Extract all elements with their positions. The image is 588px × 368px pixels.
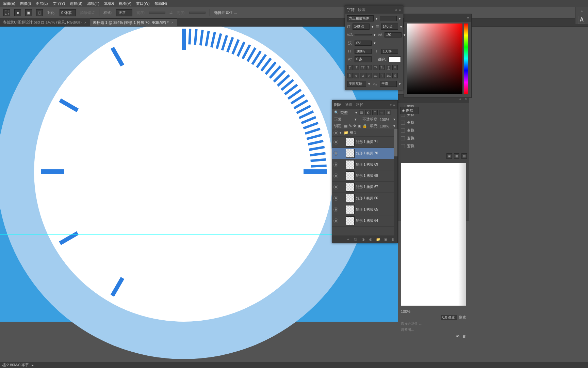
underline-icon[interactable]: T [386,65,391,70]
panel-menu-icon[interactable]: ≡ [467,16,469,20]
layer-name[interactable]: 矩形 1 拷贝 69 [356,162,378,167]
chevron-down-icon[interactable]: ▾ [340,131,342,135]
scale-input[interactable]: 0% [355,41,372,46]
close-icon[interactable]: × [171,21,174,24]
fractions-icon[interactable]: T [379,73,385,78]
xform-item[interactable]: 变换 [398,119,469,126]
xform-item[interactable]: 变换 [398,134,469,142]
add-selection-icon[interactable]: ▣ [25,9,32,16]
visibility-toggle[interactable] [333,131,338,135]
smallcaps-icon[interactable]: Tᴛ [366,65,372,70]
collapse-icon[interactable]: » [390,103,392,107]
tab-character[interactable]: 字符 [347,7,355,12]
layer-name[interactable]: 组 1 [350,131,356,135]
antialias-select[interactable]: 平滑 [380,81,397,87]
px-input[interactable] [441,315,457,320]
bold-icon[interactable]: T [347,65,353,70]
panel-menu-icon[interactable]: ≡ [393,103,395,107]
trash-icon[interactable]: 🗑 [391,237,395,242]
layer-row[interactable]: 矩形 1 拷贝 67 [332,182,397,193]
group-icon[interactable]: 📁 [376,237,380,242]
preview-thumbnail[interactable] [401,163,466,306]
doc-tab-2[interactable]: 未标题-1 @ 354% (矩形 1 拷贝 70, RGB/8#) * × [90,18,177,26]
subtract-selection-icon[interactable]: ▢ [36,9,43,16]
opacity-input[interactable]: 100% [380,118,392,122]
layer-name[interactable]: 矩形 1 拷贝 64 [356,218,378,223]
ligature-icon[interactable]: fi [347,73,353,78]
color-field[interactable] [407,24,462,94]
status-doc-size[interactable]: 档:2.86M/0 字节 [2,363,29,368]
menu-type[interactable]: 文字(Y) [53,1,65,6]
layer-row[interactable]: 矩形 1 拷贝 69 [332,159,397,170]
layer-row[interactable]: 矩形 1 拷贝 66 [332,193,397,204]
baseline-input[interactable]: 0 点 [355,56,372,62]
menu-layer[interactable]: 图层(L) [36,1,48,6]
layer-row[interactable]: 矩形 1 拷贝 70 [332,148,397,159]
lock-all-icon[interactable]: 🔒 [362,124,367,128]
layer-row[interactable]: 矩形 1 拷贝 68 [332,170,397,182]
filter-adjust-icon[interactable]: ◐ [365,110,371,115]
menu-edit[interactable]: 编辑(E) [3,1,15,6]
filter-shape-icon[interactable]: ▭ [379,110,385,115]
layer-name[interactable]: 矩形 1 拷贝 66 [356,196,378,201]
layer-row[interactable]: 矩形 1 拷贝 65 [332,204,397,215]
layer-thumbnail[interactable] [346,183,355,191]
visibility-toggle[interactable] [333,196,338,201]
xform-item[interactable]: 变换 [398,126,469,134]
1st-icon[interactable]: 1st [386,73,391,78]
tab-layers[interactable]: 图层 [334,102,342,107]
select-and-mask-button[interactable]: 选择并遮住 ... [214,10,237,15]
mask-icon[interactable]: ◑ [361,237,365,242]
visibility-toggle[interactable] [333,218,338,223]
language-select[interactable]: 美国英语 [347,81,366,87]
tab-paragraph[interactable]: 段落 [358,7,365,12]
fill-input[interactable]: 100% [380,124,392,128]
doc-tab-1[interactable]: 表创意UI图标设计.psd @ 147% (背景, RGB/8#) × [0,18,90,26]
layer-row[interactable]: 矩形 1 拷贝 64 [332,215,397,227]
leading-input[interactable]: 140 点 [381,24,398,30]
tab-paths[interactable]: 路径 [356,102,363,107]
scrollbar[interactable] [394,129,397,235]
guide-vertical[interactable] [184,27,184,322]
text-color-swatch[interactable] [389,57,401,62]
half-icon[interactable]: ½ [392,73,398,78]
alt-icon[interactable]: ơ [354,73,359,78]
layer-thumbnail[interactable] [346,171,355,180]
visibility-toggle[interactable] [333,140,338,144]
vscale-input[interactable]: 100% [355,49,372,54]
menu-image[interactable]: 图像(I) [20,1,31,6]
align-icon[interactable]: ▣ [446,153,452,159]
menu-select[interactable]: 选择(S) [70,1,82,6]
layers-dock-chip[interactable]: ◈ 图层 [400,107,419,114]
layer-thumbnail[interactable] [346,138,355,147]
close-icon[interactable]: × [84,21,87,24]
menu-help[interactable]: 帮助(H) [154,1,167,6]
kerning-input[interactable] [355,34,372,35]
italic-icon[interactable]: T [354,65,359,70]
menu-3d[interactable]: 3D(D) [104,1,114,5]
lock-paint-icon[interactable]: ✎ [349,124,352,128]
font-family-select[interactable]: 方正粗倩简体 [347,15,374,21]
layer-name[interactable]: 矩形 1 拷贝 67 [356,185,378,189]
align-icon[interactable]: ▤ [461,153,467,159]
lock-artboard-icon[interactable]: ▣ [358,124,361,128]
fx-icon[interactable]: fx [353,237,358,242]
tab-channels[interactable]: 通道 [345,102,353,107]
layer-name[interactable]: 矩形 1 拷贝 71 [356,140,378,144]
trash-icon[interactable]: 🗑 [462,334,466,338]
layer-name[interactable]: 矩形 1 拷贝 65 [356,207,378,212]
lock-transparent-icon[interactable]: ▦ [344,124,347,128]
visibility-toggle[interactable] [333,162,338,167]
filter-type-icon[interactable]: T [372,110,378,115]
layer-thumbnail[interactable] [346,216,355,225]
type-tool-icon[interactable]: A [578,16,586,24]
hue-slider[interactable] [464,24,468,94]
feather-input[interactable]: 0 像素 [60,9,76,16]
visibility-toggle[interactable] [333,151,338,156]
menu-view[interactable]: 视图(V) [119,1,131,6]
layer-thumbnail[interactable] [346,194,355,203]
visibility-toggle[interactable] [333,173,338,178]
allcaps-icon[interactable]: TT [360,65,365,70]
adjust-icon[interactable]: ◐ [368,237,373,242]
menu-window[interactable]: 窗口(W) [136,1,150,6]
